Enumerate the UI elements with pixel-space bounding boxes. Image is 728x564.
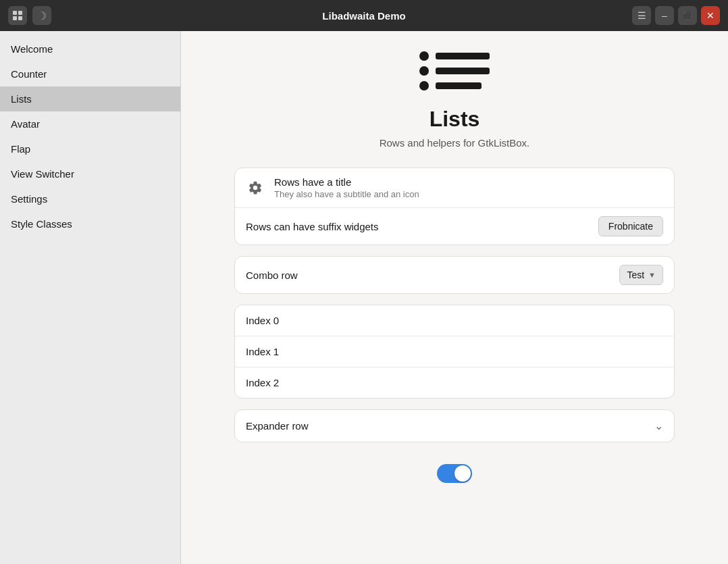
row-subtitle-1: They also have a subtitle and an icon (274, 189, 663, 199)
content-inner: Lists Rows and helpers for GtkListBox. R… (218, 31, 691, 510)
combo-row: Combo row Test ▼ (235, 257, 674, 293)
grid-icon (13, 11, 22, 20)
main-layout: Welcome Counter Lists Avatar Flap View S… (0, 31, 728, 564)
toggle-switch[interactable] (437, 464, 472, 483)
list-icon-row-3 (419, 81, 482, 91)
hamburger-icon: ☰ (638, 10, 646, 21)
row-suffix: Frobnicate (598, 216, 663, 236)
list-line-1 (436, 53, 490, 59)
hamburger-button[interactable]: ☰ (632, 6, 651, 25)
list-dot-2 (419, 66, 429, 76)
close-button[interactable]: ✕ (701, 6, 720, 25)
chevron-down-icon: ▼ (648, 271, 656, 279)
maximize-button[interactable]: ⬛ (678, 6, 697, 25)
index-row-2[interactable]: Index 2 (235, 367, 674, 398)
list-dot-1 (419, 51, 429, 61)
index-row-0[interactable]: Index 0 (235, 305, 674, 336)
row-with-icon: Rows have a title They also have a subti… (235, 168, 674, 208)
frobnicate-button[interactable]: Frobnicate (598, 216, 663, 236)
row-text-2: Rows can have suffix widgets (246, 221, 598, 232)
window-title: Libadwaita Demo (322, 10, 405, 22)
list-line-3 (436, 82, 482, 89)
gear-icon (246, 178, 265, 197)
combo-group: Combo row Test ▼ (234, 256, 675, 294)
toggle-container (437, 464, 472, 483)
maximize-icon: ⬛ (683, 11, 692, 20)
index-group: Index 0 Index 1 Index 2 (234, 305, 675, 399)
sidebar-item-avatar[interactable]: Avatar (0, 111, 180, 136)
list-line-2 (436, 68, 490, 74)
sidebar-item-lists[interactable]: Lists (0, 86, 180, 111)
combo-value: Test (627, 270, 644, 280)
sidebar-item-flap[interactable]: Flap (0, 136, 180, 161)
grid-menu-button[interactable] (8, 6, 27, 25)
row-title-1: Rows have a title (274, 176, 663, 188)
row-title-2: Rows can have suffix widgets (246, 221, 598, 232)
titlebar: ☽ Libadwaita Demo ☰ – ⬛ ✕ (0, 0, 728, 31)
list-icon-row-1 (419, 51, 490, 61)
list-icon-row-2 (419, 66, 490, 76)
sidebar-item-welcome[interactable]: Welcome (0, 36, 180, 61)
row-text-1: Rows have a title They also have a subti… (274, 176, 663, 199)
page-title: Lists (430, 107, 480, 132)
sidebar-item-view-switcher[interactable]: View Switcher (0, 161, 180, 186)
sidebar: Welcome Counter Lists Avatar Flap View S… (0, 31, 181, 564)
sidebar-item-counter[interactable]: Counter (0, 61, 180, 86)
titlebar-left: ☽ (8, 6, 51, 25)
titlebar-controls: ☰ – ⬛ ✕ (632, 6, 720, 25)
minimize-button[interactable]: – (655, 6, 674, 25)
rows-group: Rows have a title They also have a subti… (234, 168, 675, 245)
content-area: Lists Rows and helpers for GtkListBox. R… (181, 31, 728, 564)
expander-row[interactable]: Expander row ⌄ (235, 410, 674, 442)
page-subtitle: Rows and helpers for GtkListBox. (380, 137, 530, 149)
toggle-knob (454, 465, 471, 482)
combo-label: Combo row (246, 270, 619, 281)
combo-select[interactable]: Test ▼ (619, 265, 663, 285)
expander-label: Expander row (246, 420, 654, 432)
expander-group: Expander row ⌄ (234, 409, 675, 442)
expander-chevron-icon: ⌄ (654, 419, 663, 432)
index-row-1[interactable]: Index 1 (235, 336, 674, 367)
sidebar-item-style-classes[interactable]: Style Classes (0, 211, 180, 236)
row-with-suffix: Rows can have suffix widgets Frobnicate (235, 208, 674, 245)
list-graphic (419, 51, 490, 91)
list-dot-3 (419, 81, 429, 91)
dark-mode-button[interactable]: ☽ (32, 6, 51, 25)
sidebar-item-settings[interactable]: Settings (0, 186, 180, 211)
